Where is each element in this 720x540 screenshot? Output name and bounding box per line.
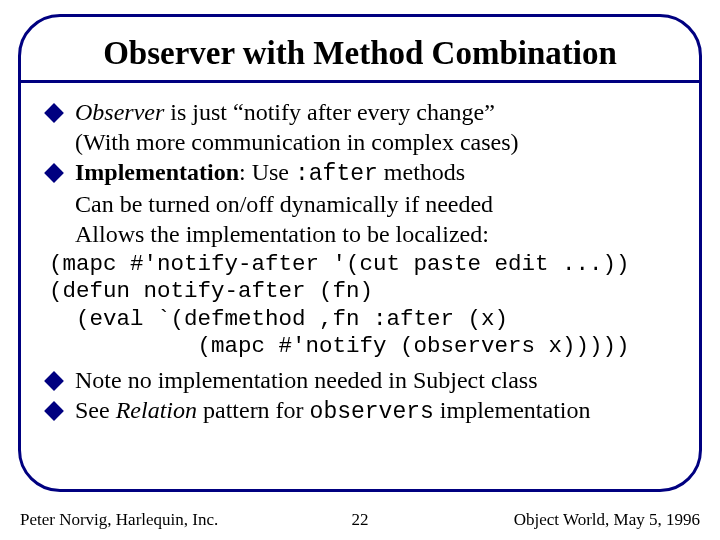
bullet-2-mid: : Use xyxy=(239,159,295,185)
bullet-1-cont: (With more communication in complex case… xyxy=(47,127,673,157)
bullet-4-pre: See xyxy=(75,397,116,423)
bullet-2: Implementation: Use :after methods xyxy=(47,157,673,189)
title-rule xyxy=(21,80,699,83)
bullet-1-rest: is just “notify after every change” xyxy=(164,99,495,125)
code-block: (mapc #'notify-after '(cut paste edit ..… xyxy=(49,251,673,361)
diamond-icon xyxy=(44,163,64,183)
bullet-3-text: Note no implementation needed in Subject… xyxy=(75,365,538,395)
bullet-1: Observer is just “notify after every cha… xyxy=(47,97,673,127)
bullet-2-label: Implementation xyxy=(75,159,239,185)
slide-title: Observer with Method Combination xyxy=(47,35,673,72)
bullet-4-text: See Relation pattern for observers imple… xyxy=(75,395,590,427)
bullet-1-text: Observer is just “notify after every cha… xyxy=(75,97,495,127)
bullet-4-end: implementation xyxy=(434,397,591,423)
bullet-2-end: methods xyxy=(378,159,465,185)
bullet-2-code: :after xyxy=(295,161,378,187)
bullet-2-cont2: Allows the implementation to be localize… xyxy=(47,219,673,249)
bullet-4-emph: Relation xyxy=(116,397,197,423)
bullet-2-text: Implementation: Use :after methods xyxy=(75,157,465,189)
diamond-icon xyxy=(44,103,64,123)
diamond-icon xyxy=(44,371,64,391)
slide-frame: Observer with Method Combination Observe… xyxy=(18,14,702,492)
bullet-3: Note no implementation needed in Subject… xyxy=(47,365,673,395)
bullet-2-cont1: Can be turned on/off dynamically if need… xyxy=(47,189,673,219)
bullet-1-emph: Observer xyxy=(75,99,164,125)
bullet-4-mid: pattern for xyxy=(197,397,310,423)
bullet-4-code: observers xyxy=(310,399,434,425)
bullet-4: See Relation pattern for observers imple… xyxy=(47,395,673,427)
diamond-icon xyxy=(44,401,64,421)
footer: Peter Norvig, Harlequin, Inc. 22 Object … xyxy=(20,510,700,530)
footer-page-number: 22 xyxy=(20,510,700,530)
